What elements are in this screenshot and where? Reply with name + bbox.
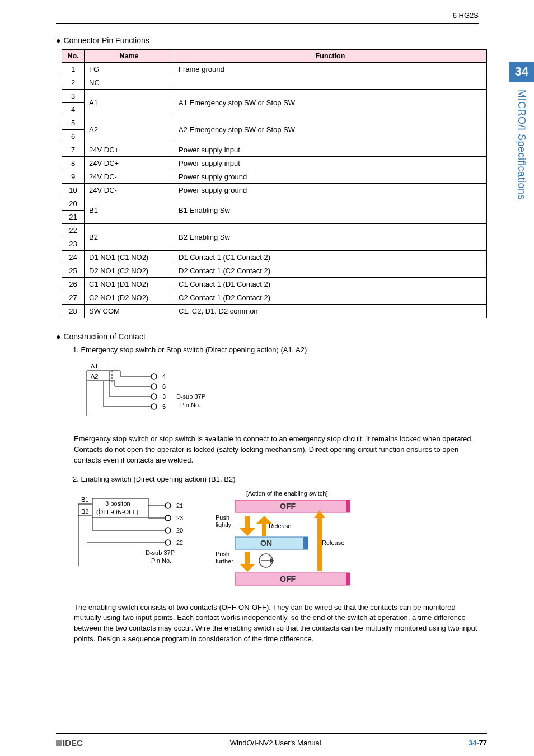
cell-no: 3: [62, 90, 85, 103]
cell-name: FG: [85, 63, 174, 76]
chapter-label: MICRO/I Specifications: [509, 82, 533, 208]
cell-name: SW COM: [85, 305, 174, 318]
cell-name: C1 NO1 (D1 NO2): [85, 278, 174, 291]
table-row: 924V DC-Power supply ground: [62, 170, 487, 184]
svg-text:Release: Release: [269, 522, 291, 529]
svg-text:6: 6: [162, 383, 166, 390]
svg-text:A1: A1: [91, 363, 98, 370]
svg-point-47: [165, 515, 171, 521]
diagram-emergency-stop: A1 A2 4 6 3 5 D-sub 37P Pin No.: [78, 360, 224, 421]
svg-text:OFF: OFF: [280, 575, 296, 584]
chapter-number: 34: [509, 62, 534, 82]
section-title-connector: ●Connector Pin Functions: [56, 36, 479, 45]
svg-text:B2: B2: [81, 508, 88, 515]
cell-name: A2: [85, 116, 174, 143]
cell-name: D2 NO1 (C2 NO2): [85, 264, 174, 278]
svg-text:D-sub 37P: D-sub 37P: [146, 549, 175, 556]
svg-text:B1: B1: [81, 496, 88, 503]
cell-no: 6: [62, 130, 85, 143]
svg-rect-58: [346, 500, 350, 512]
chapter-tab: 34 MICRO/I Specifications: [509, 62, 534, 208]
cell-no: 28: [62, 305, 85, 318]
svg-text:ON: ON: [260, 539, 272, 548]
item2-body: The enabling switch consists of two cont…: [74, 603, 483, 645]
cell-name: B1: [85, 197, 174, 224]
cell-name: C2 NO1 (D2 NO2): [85, 291, 174, 305]
svg-text:Pin No.: Pin No.: [151, 557, 171, 564]
page-footer: IDEC WindO/I-NV2 User's Manual 34-77: [0, 733, 534, 748]
cell-function: A1 Emergency stop SW or Stop SW: [174, 90, 487, 116]
cell-name: A1: [85, 90, 174, 116]
svg-rect-70: [317, 515, 322, 571]
col-function: Function: [174, 50, 487, 63]
cell-no: 10: [62, 184, 85, 197]
table-row: 1024V DC-Power supply ground: [62, 184, 487, 197]
table-row: 24D1 NO1 (C1 NO2)D1 Contact 1 (C1 Contac…: [62, 251, 487, 264]
svg-text:22: 22: [176, 539, 183, 546]
cell-no: 20: [62, 197, 85, 211]
cell-function: C1, C2, D1, D2 common: [174, 305, 487, 318]
cell-no: 2: [62, 76, 85, 90]
svg-text:23: 23: [176, 515, 183, 521]
svg-text:D-sub 37P: D-sub 37P: [176, 393, 205, 400]
manual-title: WindO/I-NV2 User's Manual: [83, 739, 469, 747]
svg-text:20: 20: [176, 527, 183, 534]
svg-point-21: [151, 394, 157, 399]
svg-point-48: [165, 528, 171, 533]
item1-heading: 1. Emergency stop switch or Stop switch …: [73, 346, 479, 354]
cell-no: 25: [62, 264, 85, 278]
svg-point-20: [151, 384, 157, 389]
table-row: 25D2 NO1 (C2 NO2)D2 Contact 1 (C2 Contac…: [62, 264, 487, 278]
svg-point-46: [165, 503, 171, 508]
table-row: 26C1 NO1 (D1 NO2)C1 Contact 1 (D1 Contac…: [62, 278, 487, 291]
table-row: 1FGFrame ground: [62, 63, 487, 76]
cell-function: [174, 76, 487, 90]
connector-pins-table: No. Name Function 1FGFrame ground2NC3A1A…: [62, 49, 487, 318]
cell-name: 24V DC+: [85, 143, 174, 157]
svg-text:Pin No.: Pin No.: [180, 402, 200, 408]
cell-name: 24V DC-: [85, 170, 174, 184]
bullet-icon: ●: [56, 332, 60, 341]
cell-name: D1 NO1 (C1 NO2): [85, 251, 174, 264]
table-row: 27C2 NO1 (D2 NO2)C2 Contact 1 (D2 Contac…: [62, 291, 487, 305]
svg-text:(OFF-ON-OFF): (OFF-ON-OFF): [96, 508, 138, 515]
cell-no: 23: [62, 237, 85, 251]
cell-name: 24V DC+: [85, 157, 174, 170]
table-row: 3A1A1 Emergency stop SW or Stop SW: [62, 90, 487, 103]
svg-point-19: [151, 374, 157, 379]
svg-marker-74: [240, 552, 255, 572]
cell-no: 24: [62, 251, 85, 264]
item2-heading: 2. Enabling switch (Direct opening actio…: [73, 475, 479, 483]
table-row: 22B2B2 Enabling Sw: [62, 224, 487, 237]
table-row: 724V DC+Power supply input: [62, 143, 487, 157]
table-row: 20B1B1 Enabling Sw: [62, 197, 487, 211]
svg-text:21: 21: [176, 502, 183, 509]
svg-text:A2: A2: [91, 373, 98, 380]
cell-no: 9: [62, 170, 85, 184]
cell-name: 24V DC-: [85, 184, 174, 197]
cell-no: 4: [62, 103, 85, 116]
table-row: 2NC: [62, 76, 487, 90]
svg-text:further: further: [216, 558, 233, 564]
cell-function: C1 Contact 1 (D1 Contact 2): [174, 278, 487, 291]
cell-no: 8: [62, 157, 85, 170]
svg-rect-66: [303, 537, 308, 549]
cell-no: 22: [62, 224, 85, 237]
svg-text:5: 5: [162, 403, 166, 410]
cell-function: Frame ground: [174, 63, 487, 76]
cell-function: Power supply input: [174, 157, 487, 170]
cell-no: 5: [62, 116, 85, 130]
svg-point-49: [165, 540, 171, 545]
svg-text:Push: Push: [216, 550, 229, 557]
bullet-icon: ●: [56, 36, 60, 45]
page-number: 34-77: [469, 739, 487, 747]
cell-function: A2 Emergency stop SW or Stop SW: [174, 116, 487, 143]
svg-text:4: 4: [162, 373, 166, 380]
cell-function: Power supply ground: [174, 170, 487, 184]
col-name: Name: [85, 50, 174, 63]
svg-text:3 positon: 3 positon: [105, 500, 130, 507]
col-no: No.: [62, 50, 85, 63]
cell-no: 27: [62, 291, 85, 305]
cell-function: D1 Contact 1 (C1 Contact 2): [174, 251, 487, 264]
section-title-construction: ●Construction of Contact: [56, 332, 479, 341]
